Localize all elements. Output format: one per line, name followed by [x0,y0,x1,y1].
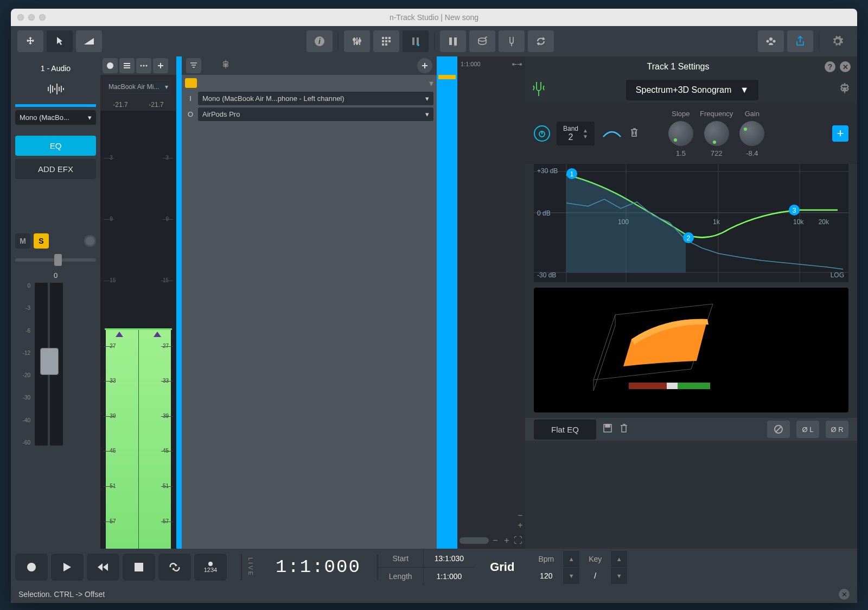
sonogram-3d[interactable] [534,288,848,412]
visualizer-select[interactable]: Spectrum+3D Sonogram▼ [626,80,758,100]
solo-button[interactable]: S [34,233,49,249]
refresh-button[interactable] [528,30,554,52]
metering-button[interactable] [403,30,429,52]
meter-panel: MacBook Air Mi...▾ -21.7-21.7 -3-3 -9-9 … [100,56,176,549]
frequency-knob[interactable] [704,121,729,146]
svg-point-38 [683,232,694,243]
help-icon[interactable]: ? [825,61,835,72]
track-solo-toggle[interactable] [185,78,197,88]
timeline-ruler[interactable] [457,75,525,532]
step-sequencer-button[interactable] [373,30,399,52]
minimize-window-button[interactable] [28,14,35,21]
record-button[interactable] [15,554,48,581]
timeline-panel: 1:1:000⇤⇥ − + ⛶ − + [457,56,525,549]
key-down-button[interactable]: ▼ [611,568,627,584]
band-select[interactable]: Band2 ▲▼ [557,122,595,145]
key-value[interactable]: / [580,568,610,584]
record-icon[interactable] [103,58,118,73]
loop-button[interactable] [158,554,191,581]
stop-button[interactable] [123,554,155,581]
gain-knob[interactable] [739,121,764,146]
svg-rect-8 [382,40,384,42]
key-up-button[interactable]: ▲ [611,551,627,567]
status-close-button[interactable]: ✕ [839,589,850,600]
track-clip-lane[interactable] [437,56,457,549]
slope-knob[interactable] [668,121,693,146]
tuning-fork-icon[interactable] [532,80,546,100]
share-button[interactable] [787,30,813,52]
v-zoom-out-button[interactable]: − [515,511,525,520]
phase-left-button[interactable]: Ø L [796,421,819,438]
input-select[interactable]: Mono (MacBo...▾ [15,110,96,125]
add-efx-button[interactable]: ADD EFX [15,159,96,179]
track-settings-icon[interactable] [221,60,231,72]
rewind-button[interactable] [87,554,119,581]
zoom-out-button[interactable]: − [490,536,500,545]
collab-button[interactable] [758,30,784,52]
info-button[interactable]: i [307,30,333,52]
eq-power-button[interactable] [534,125,550,142]
filter-shape-icon[interactable] [601,126,623,141]
eq-spectrum-plot[interactable]: 1 2 3 +30 dB 0 dB -30 dB 100 1k 10k 20k … [534,164,848,282]
close-window-button[interactable] [17,14,24,21]
phase-right-button[interactable]: Ø R [826,421,848,438]
add-band-button[interactable]: + [832,125,848,142]
svg-text:3: 3 [793,207,796,214]
svg-rect-46 [605,424,610,427]
phase-invert-button[interactable] [767,421,790,438]
svg-text:2: 2 [687,234,691,242]
window-title: n-Track Studio | New song [390,13,478,22]
menu-icon[interactable] [119,58,135,73]
live-indicator: LIVE [242,557,259,577]
delete-preset-icon[interactable] [619,423,629,436]
volume-fader[interactable]: 0-3-6-12-20-30-40-60 [15,283,96,446]
track-output-select[interactable]: AirPods Pro▾ [198,107,433,121]
fit-icon[interactable]: ⇤⇥ [512,61,522,71]
piano-roll-button[interactable] [440,30,466,52]
settings-button[interactable] [825,30,851,52]
bpm-down-button[interactable]: ▼ [563,568,579,584]
track-input-select[interactable]: Mono (MacBook Air M...phone - Left chann… [198,92,433,105]
tuner-button[interactable] [499,30,525,52]
svg-point-24 [143,65,145,67]
svg-point-15 [417,44,419,46]
status-bar: Selection. CTRL -> Offset ✕ [11,586,857,603]
fullscreen-button[interactable]: ⛶ [513,536,523,545]
pan-slider[interactable] [15,258,96,262]
device-select[interactable]: MacBook Air Mi...▾ [105,80,171,94]
mute-button[interactable]: M [15,233,30,249]
zoom-in-button[interactable]: + [502,536,512,545]
svg-rect-16 [449,37,452,45]
bpm-value[interactable]: 120 [529,568,563,584]
svg-text:1: 1 [570,170,574,178]
horizontal-scrollbar[interactable] [459,537,489,544]
svg-rect-42 [629,383,667,389]
titlebar: n-Track Studio | New song [11,9,857,26]
mixer-button[interactable] [344,30,370,52]
drums-button[interactable] [469,30,495,52]
filter-icon[interactable] [186,58,201,73]
metronome-button[interactable]: 1234 [194,554,227,581]
svg-rect-9 [385,40,387,42]
time-display[interactable]: 1:1:000 [259,557,377,577]
record-arm-button[interactable] [84,235,96,247]
save-preset-icon[interactable] [603,423,612,435]
bpm-up-button[interactable]: ▲ [563,551,579,567]
more-icon[interactable] [136,58,151,73]
delete-band-button[interactable] [629,127,639,140]
play-button[interactable] [51,554,84,581]
v-zoom-in-button[interactable]: + [515,520,525,530]
close-panel-icon[interactable]: ✕ [840,61,851,72]
track-level-meter [15,104,96,107]
add-icon[interactable] [153,58,168,73]
panel-gear-icon[interactable] [839,83,851,97]
move-tool-button[interactable] [17,30,43,52]
add-track-button[interactable] [417,58,432,73]
svg-point-23 [141,65,142,67]
fade-tool-button[interactable] [76,30,102,52]
eq-button[interactable]: EQ [15,136,96,156]
flat-eq-button[interactable]: Flat EQ [534,420,596,440]
pointer-tool-button[interactable] [47,30,73,52]
snap-mode[interactable]: Grid [475,560,529,574]
maximize-window-button[interactable] [39,14,46,21]
